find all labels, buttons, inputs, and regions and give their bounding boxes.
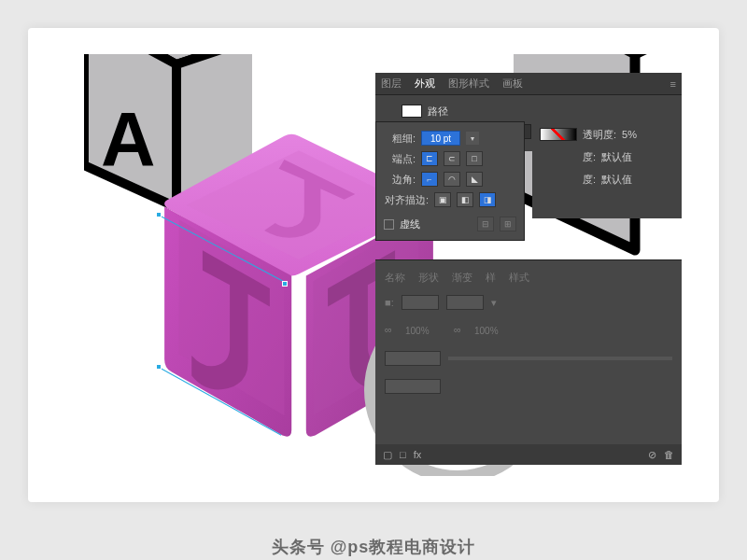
tab-layers[interactable]: 图层	[381, 77, 402, 91]
link-icon: ∞	[385, 324, 398, 337]
thickness-input[interactable]	[421, 131, 460, 146]
anchor-point[interactable]	[156, 212, 162, 217]
letter-a: A	[101, 97, 156, 181]
no-selection-swatch	[402, 105, 422, 118]
opacity-label: 透明度:	[583, 128, 616, 142]
align-outside-button[interactable]: ◨	[479, 192, 496, 207]
blend-value-2[interactable]: 默认值	[601, 173, 632, 187]
stroke-options-popup: 粗细: ▾ 端点: ⊏ ⊂ □ 边角: ⌐ ◠ ◣ 对齐描边:	[375, 121, 525, 241]
dash-align-button: ⊞	[500, 217, 516, 231]
sub-tab[interactable]: 名称	[385, 271, 405, 285]
corner-bevel-button[interactable]: ◣	[466, 172, 483, 187]
secondary-tab-bar: 名称 形状 渐变 样 样式	[385, 268, 672, 287]
align-inside-button[interactable]: ◧	[457, 192, 473, 207]
new-fill-icon[interactable]: □	[400, 449, 406, 460]
corner-label: 边角:	[384, 173, 416, 187]
fill-swatch[interactable]	[540, 128, 577, 141]
thickness-dropdown[interactable]: ▾	[466, 132, 479, 145]
cap-label: 端点:	[384, 152, 416, 166]
secondary-panel: 名称 形状 渐变 样 样式 ■: ▾ ∞ 100% ∞ 100%	[375, 259, 682, 465]
cap-round-button[interactable]: ⊂	[444, 151, 460, 166]
dashed-checkbox[interactable]	[384, 219, 394, 230]
align-stroke-label: 对齐描边:	[384, 193, 429, 207]
corner-miter-button[interactable]: ⌐	[421, 172, 438, 187]
watermark-text: 头条号 @ps教程电商设计	[0, 536, 747, 558]
link-icon: ∞	[454, 324, 467, 337]
dashed-label: 虚线	[400, 217, 420, 231]
blend-label: 度:	[583, 150, 596, 164]
panel-menu-icon[interactable]: ≡	[670, 78, 676, 90]
tab-artboards[interactable]: 画板	[502, 77, 523, 91]
anchor-point[interactable]	[156, 364, 162, 370]
panel-stack: 图层 外观 图形样式 画板 ≡ 路径 ▸ 描边: ▾	[375, 73, 682, 151]
disabled-field	[385, 351, 441, 366]
opacity-value[interactable]: 5%	[622, 129, 637, 140]
sub-tab[interactable]: 样	[486, 271, 496, 285]
dash-preserve-button: ⊟	[477, 217, 494, 231]
disabled-field	[385, 379, 441, 394]
tutorial-frame: A	[28, 28, 719, 502]
anchor-point[interactable]	[282, 281, 288, 287]
sub-tab[interactable]: 样式	[509, 271, 529, 285]
clear-icon[interactable]: ⊘	[648, 449, 656, 461]
sub-tab[interactable]: 渐变	[452, 271, 472, 285]
corner-round-button[interactable]: ◠	[444, 172, 460, 187]
disabled-field	[402, 295, 439, 310]
fx-button[interactable]: fx	[414, 449, 422, 460]
appearance-panel-right: 透明度: 5% 度: 默认值 度: 默认值	[532, 118, 682, 218]
panel-tab-bar: 图层 外观 图形样式 画板 ≡	[375, 73, 682, 95]
clip-mask-icon[interactable]: ▢	[383, 449, 392, 461]
tab-appearance[interactable]: 外观	[415, 77, 435, 91]
panel-footer: ▢ □ fx ⊘ 🗑	[375, 444, 682, 465]
delete-icon[interactable]: 🗑	[664, 449, 674, 460]
disabled-field	[446, 295, 484, 310]
disabled-slider	[448, 357, 672, 360]
blend-value[interactable]: 默认值	[601, 150, 632, 164]
object-type-label: 路径	[428, 105, 448, 119]
scale-x: 100%	[405, 326, 446, 336]
cap-butt-button[interactable]: ⊏	[421, 151, 438, 166]
blend-label-2: 度:	[583, 173, 596, 187]
cap-square-button[interactable]: □	[466, 151, 483, 166]
thickness-label: 粗细:	[384, 132, 416, 146]
scale-y: 100%	[474, 326, 515, 336]
tab-graphic-styles[interactable]: 图形样式	[448, 77, 489, 91]
align-center-button[interactable]: ▣	[434, 192, 451, 207]
sub-tab[interactable]: 形状	[418, 271, 439, 285]
artboard[interactable]: A	[65, 54, 682, 476]
